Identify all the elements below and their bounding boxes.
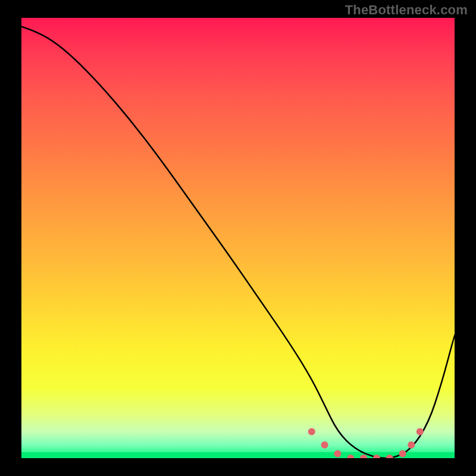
chart-frame: TheBottleneck.com bbox=[0, 0, 476, 476]
curve-marker bbox=[321, 441, 328, 449]
curve-marker bbox=[360, 455, 367, 458]
curve-marker bbox=[347, 455, 354, 458]
curve-marker bbox=[373, 455, 380, 458]
plot-area bbox=[21, 18, 455, 458]
curve-marker bbox=[408, 441, 415, 449]
curve-marker bbox=[308, 428, 315, 436]
curve-marker bbox=[386, 455, 393, 458]
curve-marker bbox=[399, 450, 406, 458]
curve-layer bbox=[21, 18, 455, 458]
bottleneck-curve bbox=[21, 27, 455, 458]
curve-marker bbox=[416, 428, 424, 436]
curve-marker bbox=[334, 450, 341, 458]
watermark-text: TheBottleneck.com bbox=[345, 2, 468, 18]
